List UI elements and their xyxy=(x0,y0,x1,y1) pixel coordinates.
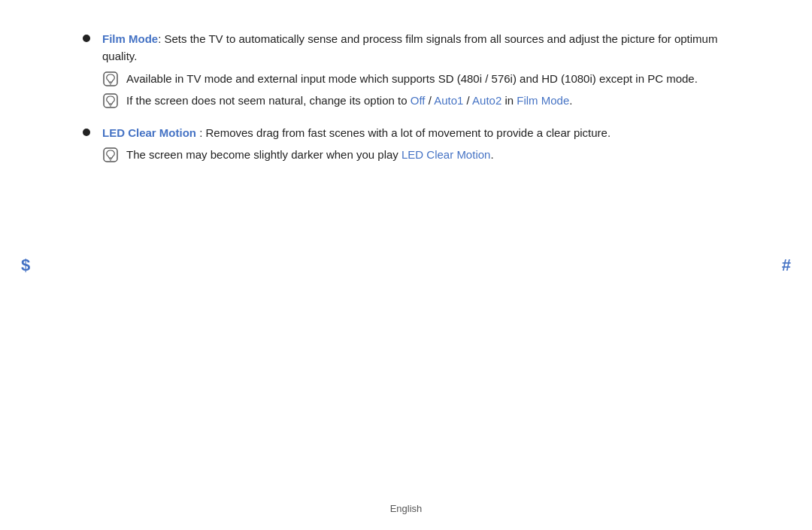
footer: English xyxy=(390,501,423,516)
nav-right[interactable]: # xyxy=(782,252,791,277)
film-mode-description: : Sets the TV to automatically sense and… xyxy=(102,32,717,62)
led-clear-motion-text: LED Clear Motion : Removes drag from fas… xyxy=(102,124,729,141)
note-icon-3 xyxy=(102,147,119,163)
nav-left[interactable]: $ xyxy=(21,252,30,277)
footer-language: English xyxy=(390,503,423,514)
film-mode-text: Film Mode: Sets the TV to automatically … xyxy=(102,30,729,65)
note-icon-2 xyxy=(102,92,119,109)
auto2-link: Auto2 xyxy=(472,94,501,107)
auto1-link: Auto1 xyxy=(434,94,463,107)
led-clear-motion-description: : Removes drag from fast scenes with a l… xyxy=(196,126,611,139)
note-text-3: The screen may become slightly darker wh… xyxy=(126,146,729,163)
led-clear-motion-notes: The screen may become slightly darker wh… xyxy=(102,146,729,163)
off-link: Off xyxy=(411,94,426,107)
list-item-film-mode: Film Mode: Sets the TV to automatically … xyxy=(83,30,729,114)
note-text-2: If the screen does not seem natural, cha… xyxy=(126,92,729,109)
film-mode-link: Film Mode xyxy=(517,94,569,107)
note-item-1: Available in TV mode and external input … xyxy=(102,70,729,87)
note-item-2: If the screen does not seem natural, cha… xyxy=(102,92,729,109)
led-clear-motion-content: LED Clear Motion : Removes drag from fas… xyxy=(102,124,729,168)
bullet-icon xyxy=(83,35,90,42)
note-icon-1 xyxy=(102,71,119,87)
main-list: Film Mode: Sets the TV to automatically … xyxy=(83,30,729,168)
page-container: $ # Film Mode: Sets the TV to automatica… xyxy=(0,0,812,530)
content-area: Film Mode: Sets the TV to automatically … xyxy=(83,23,729,168)
bullet-icon-2 xyxy=(83,129,90,136)
note-item-3: The screen may become slightly darker wh… xyxy=(102,146,729,163)
film-mode-notes: Available in TV mode and external input … xyxy=(102,70,729,110)
led-clear-motion-label: LED Clear Motion xyxy=(102,126,196,139)
film-mode-label: Film Mode xyxy=(102,32,158,45)
led-clear-motion-note-link: LED Clear Motion xyxy=(401,148,490,161)
list-item-led-clear-motion: LED Clear Motion : Removes drag from fas… xyxy=(83,124,729,168)
note-text-1: Available in TV mode and external input … xyxy=(126,70,729,87)
film-mode-content: Film Mode: Sets the TV to automatically … xyxy=(102,30,729,114)
